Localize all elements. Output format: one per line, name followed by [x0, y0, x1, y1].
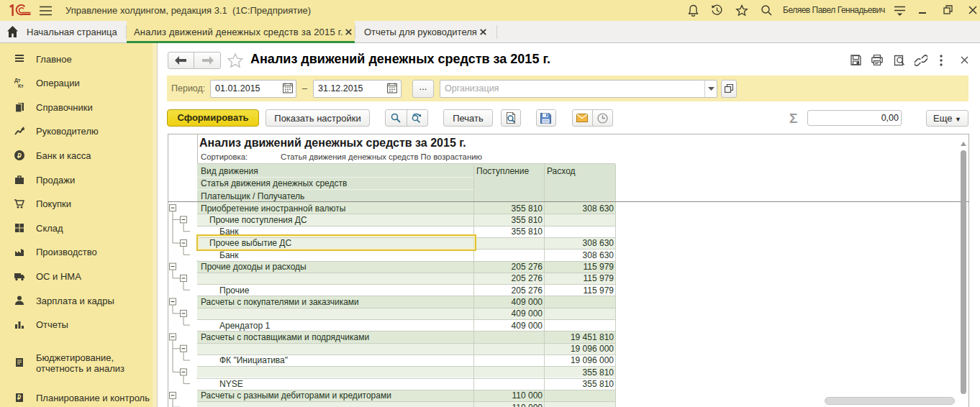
svg-text:Дт: Дт: [14, 78, 21, 83]
svg-text:₽: ₽: [17, 152, 22, 159]
svg-text:₽: ₽: [17, 394, 21, 401]
svg-text:Кт: Кт: [18, 83, 24, 88]
